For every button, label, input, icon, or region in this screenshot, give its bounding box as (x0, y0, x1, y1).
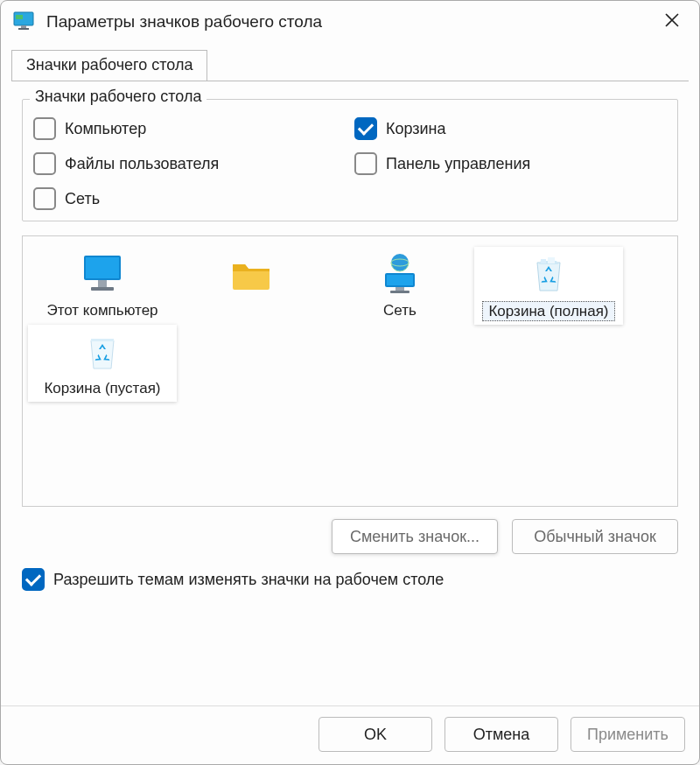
folder-icon (228, 252, 275, 300)
svg-rect-12 (396, 287, 404, 291)
monitor-icon (79, 252, 126, 300)
svg-rect-14 (541, 259, 546, 263)
checkbox-control-panel[interactable]: Панель управления (354, 152, 667, 175)
tab-strip: Значки рабочего стола (11, 50, 699, 81)
checkbox-label: Файлы пользователя (65, 155, 219, 173)
svg-rect-5 (86, 257, 119, 278)
checkbox-label: Панель управления (386, 155, 530, 173)
checkbox-label: Разрешить темам изменять значки на рабоч… (53, 571, 444, 589)
titlebar: Параметры значков рабочего стола (1, 1, 699, 45)
svg-rect-1 (16, 15, 23, 19)
desktop-icons-group: Значки рабочего стола Компьютер Корзина … (22, 99, 678, 221)
icon-item-folder[interactable] (177, 247, 326, 325)
default-icon-button[interactable]: Обычный значок (512, 519, 678, 554)
dialog-footer: OK Отмена Применить (1, 705, 699, 764)
checkbox-icon (22, 568, 45, 591)
svg-rect-15 (548, 257, 555, 263)
icon-item-network[interactable]: Сеть (326, 247, 474, 325)
tab-desktop-icons[interactable]: Значки рабочего стола (11, 50, 207, 81)
svg-rect-7 (91, 287, 114, 291)
svg-rect-13 (390, 291, 410, 293)
checkbox-icon (33, 152, 56, 175)
svg-rect-16 (91, 339, 114, 341)
svg-rect-11 (387, 275, 413, 285)
network-icon (376, 252, 424, 300)
checkbox-computer[interactable]: Компьютер (33, 117, 346, 140)
icon-item-this-pc[interactable]: Этот компьютер (28, 247, 177, 325)
svg-rect-6 (98, 280, 107, 287)
checkbox-network[interactable]: Сеть (33, 187, 346, 210)
icon-preview-list: Этот компьютер (22, 235, 678, 507)
checkbox-icon (354, 117, 377, 140)
svg-rect-3 (18, 28, 29, 30)
checkbox-label: Корзина (386, 120, 446, 138)
desktop-icon-settings-dialog: Параметры значков рабочего стола Значки … (0, 0, 700, 765)
change-icon-button[interactable]: Сменить значок... (332, 519, 498, 554)
icon-caption: Этот компьютер (41, 301, 163, 319)
allow-themes-checkbox[interactable]: Разрешить темам изменять значки на рабоч… (22, 568, 678, 591)
dialog-title: Параметры значков рабочего стола (46, 12, 322, 32)
app-icon (13, 10, 36, 35)
ok-button[interactable]: OK (318, 717, 432, 752)
checkbox-recycle-bin[interactable]: Корзина (354, 117, 667, 140)
checkbox-label: Компьютер (65, 120, 146, 138)
icon-item-bin-empty[interactable]: Корзина (пустая) (28, 325, 177, 401)
content-area: Значки рабочего стола Компьютер Корзина … (11, 81, 689, 705)
recycle-bin-full-icon (525, 252, 572, 300)
icon-caption: Сеть (378, 301, 422, 319)
svg-rect-2 (21, 25, 26, 28)
checkbox-user-files[interactable]: Файлы пользователя (33, 152, 346, 175)
checkbox-icon (33, 187, 56, 210)
checkbox-label: Сеть (65, 190, 100, 208)
checkbox-icon (354, 152, 377, 175)
icon-caption: Корзина (пустая) (38, 379, 165, 397)
icon-caption: Корзина (полная) (482, 301, 614, 321)
cancel-button[interactable]: Отмена (444, 717, 558, 752)
close-button[interactable] (657, 7, 687, 37)
recycle-bin-empty-icon (79, 330, 126, 378)
apply-button[interactable]: Применить (570, 717, 685, 752)
icon-item-bin-full[interactable]: Корзина (полная) (474, 247, 623, 325)
group-label: Значки рабочего стола (30, 88, 206, 106)
checkbox-icon (33, 117, 56, 140)
